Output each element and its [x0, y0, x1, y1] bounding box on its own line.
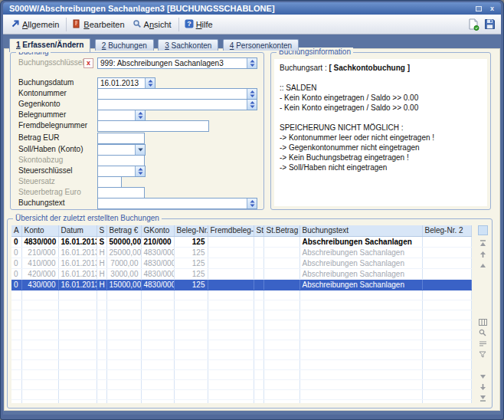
row-up-icon[interactable]: [478, 261, 488, 270]
gegenkonto-combobox[interactable]: [97, 99, 257, 110]
sollhaben-dropdown[interactable]: [97, 144, 146, 156]
spinner-icon[interactable]: [145, 78, 155, 88]
buchungstext-combobox[interactable]: [97, 198, 257, 209]
table-row[interactable]: [11, 310, 472, 320]
steuerschluessel-input[interactable]: [97, 166, 146, 177]
table-row[interactable]: 0410/00016.01.2013H7000,004830/000125Abs…: [11, 258, 472, 268]
cell-beleg2: [422, 247, 472, 258]
scroll-bottom-icon[interactable]: [478, 393, 488, 402]
cell-st: [254, 236, 263, 247]
buchungsschluessel-combobox[interactable]: 999: Abschreibungen Sachanlagen3: [97, 57, 257, 69]
table-row[interactable]: [11, 340, 472, 349]
table-row[interactable]: 04830/00016.01.2013S50000,00210/000125Ab…: [11, 236, 472, 247]
spinner-icon[interactable]: [135, 110, 145, 120]
tab-buchungen[interactable]: 2 Buchungen: [95, 39, 154, 51]
column-header-s[interactable]: S: [97, 225, 106, 236]
table-row[interactable]: 0430/00016.01.2013H15000,004830/000125Ab…: [11, 279, 472, 290]
buchungsart-label: Buchungsart :: [280, 64, 327, 72]
svg-text:?: ?: [187, 20, 191, 28]
table-row[interactable]: [11, 300, 472, 310]
menu-label: Ansicht: [144, 20, 172, 29]
table-row[interactable]: 0210/00016.01.2013H25000,004830/000125Ab…: [11, 247, 472, 258]
search-icon[interactable]: [478, 328, 488, 337]
new-document-icon: [468, 18, 479, 31]
group-buchung: Buchung Buchungsschlüssel x 999: Abschre…: [10, 52, 264, 210]
field-label: Steuersatz: [18, 177, 55, 185]
tab-erfassen-aendern[interactable]: 1 Erfassen/Ändern: [9, 38, 90, 52]
spinner-icon[interactable]: [135, 166, 145, 176]
cell-datum: [58, 340, 97, 349]
table-row[interactable]: [11, 330, 472, 340]
cell-text: [299, 300, 422, 310]
table-row[interactable]: [11, 359, 472, 369]
table-row[interactable]: [11, 379, 472, 389]
column-header-fremdbeleg[interactable]: Fremdbeleg-Nr.: [208, 225, 254, 236]
scroll-up-icon[interactable]: [478, 250, 488, 259]
cell-konto: [21, 379, 58, 389]
column-header-st[interactable]: St: [254, 225, 263, 236]
menu-label: Allgemein: [22, 20, 59, 29]
cell-a: [11, 320, 21, 330]
spinner-icon[interactable]: [247, 100, 257, 110]
table-row[interactable]: [11, 369, 472, 379]
table-row[interactable]: [11, 389, 472, 399]
column-header-gkonto[interactable]: GKonto: [141, 225, 174, 236]
restore-button[interactable]: [473, 4, 484, 13]
column-header-datum[interactable]: Datum: [58, 225, 97, 236]
fremdbelegnummer-input[interactable]: [97, 120, 209, 132]
cell-st: [254, 399, 263, 403]
cell-fremdbeleg: [208, 300, 254, 310]
skontoabzug-input[interactable]: [97, 155, 145, 166]
cell-betrag: 3000,00: [106, 268, 141, 279]
menu-bearbeiten[interactable]: Bearbeiten: [69, 18, 129, 31]
table-row[interactable]: [11, 349, 472, 359]
column-header-konto[interactable]: Konto: [21, 225, 58, 236]
table-row[interactable]: 0420/00016.01.2013H3000,004830/000125Abs…: [11, 268, 472, 279]
cell-s: [97, 300, 106, 310]
cell-text: [299, 310, 422, 320]
grid-view-icon[interactable]: [478, 317, 488, 326]
column-header-stbetrag[interactable]: St.Betrag €: [263, 225, 299, 236]
close-button[interactable]: x: [486, 4, 498, 13]
cell-datum: 16.01.2013: [58, 258, 97, 268]
cell-datum: [58, 330, 97, 340]
steuerbetrag-input[interactable]: [97, 187, 145, 199]
table-row[interactable]: [11, 399, 472, 403]
row-down-icon[interactable]: [478, 372, 488, 381]
cell-text: [299, 290, 422, 300]
column-header-beleg[interactable]: Beleg-Nr.: [174, 225, 208, 236]
new-document-button[interactable]: [467, 18, 480, 31]
belegnummer-input[interactable]: [97, 110, 146, 121]
row-count-icon[interactable]: [478, 339, 488, 348]
clear-button[interactable]: x: [83, 58, 93, 68]
filter-icon[interactable]: [478, 349, 488, 359]
cell-gkonto: [141, 369, 174, 379]
menu-ansicht[interactable]: Ansicht: [129, 18, 176, 31]
kontonummer-combobox[interactable]: [97, 88, 257, 100]
scroll-down-icon[interactable]: [478, 382, 488, 392]
table-row[interactable]: [11, 290, 472, 300]
column-header-a[interactable]: A: [11, 225, 21, 236]
table-row[interactable]: [11, 320, 472, 330]
cell-stbetrag: [263, 258, 299, 268]
cell-stbetrag: [263, 369, 299, 379]
cell-stbetrag: [263, 320, 299, 330]
chevron-down-icon[interactable]: [135, 145, 145, 155]
buchungsdatum-input[interactable]: 16.01.2013: [97, 77, 155, 89]
tab-sachkonten[interactable]: 3 Sachkonten: [158, 39, 218, 51]
save-button[interactable]: [483, 18, 496, 31]
cell-fremdbeleg: [208, 320, 254, 330]
column-header-text[interactable]: Buchungstext: [299, 225, 422, 236]
column-header-beleg2[interactable]: Beleg-Nr. 2: [422, 225, 472, 236]
steuersatz-input[interactable]: [97, 176, 122, 188]
column-header-betrag[interactable]: Betrag €: [106, 225, 141, 236]
betrag-input[interactable]: [97, 133, 145, 144]
scroll-top-icon[interactable]: [478, 239, 488, 248]
spinner-icon[interactable]: [247, 58, 257, 68]
tab-personenkonten[interactable]: 4 Personenkonten: [223, 39, 299, 51]
menu-allgemein[interactable]: Allgemein: [8, 18, 64, 31]
menu-hilfe[interactable]: ? Hilfe: [182, 18, 218, 31]
cell-datum: [58, 300, 97, 310]
spinner-icon[interactable]: [247, 89, 257, 99]
spinner-icon[interactable]: [247, 199, 257, 208]
